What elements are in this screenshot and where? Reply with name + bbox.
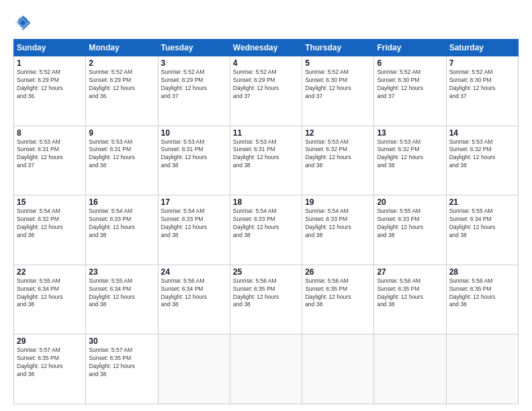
day-number: 28 (449, 267, 515, 277)
day-detail: Sunrise: 5:53 AMSunset: 6:32 PMDaylight:… (449, 138, 515, 171)
day-number: 4 (233, 58, 299, 68)
calendar-cell: 17 Sunrise: 5:54 AMSunset: 6:33 PMDaylig… (158, 195, 230, 265)
day-detail: Sunrise: 5:53 AMSunset: 6:32 PMDaylight:… (305, 138, 371, 171)
weekday-header: Friday (374, 40, 446, 56)
day-number: 21 (449, 197, 515, 207)
calendar-body: 1 Sunrise: 5:52 AMSunset: 6:29 PMDayligh… (14, 56, 519, 404)
day-detail: Sunrise: 5:56 AMSunset: 6:35 PMDaylight:… (449, 277, 515, 310)
day-number: 26 (305, 267, 371, 277)
calendar-cell: 28 Sunrise: 5:56 AMSunset: 6:35 PMDaylig… (446, 265, 518, 334)
day-detail: Sunrise: 5:57 AMSunset: 6:35 PMDaylight:… (17, 347, 83, 379)
day-number: 29 (17, 336, 83, 346)
day-number: 30 (89, 336, 154, 346)
day-detail: Sunrise: 5:52 AMSunset: 6:29 PMDaylight:… (17, 68, 83, 101)
day-detail: Sunrise: 5:54 AMSunset: 6:33 PMDaylight:… (89, 208, 154, 240)
calendar-week-row: 1 Sunrise: 5:52 AMSunset: 6:29 PMDayligh… (14, 56, 519, 126)
weekday-header: Wednesday (230, 40, 302, 56)
day-number: 16 (89, 197, 154, 207)
logo-icon (13, 13, 32, 32)
calendar-cell: 8 Sunrise: 5:53 AMSunset: 6:31 PMDayligh… (14, 126, 86, 195)
calendar-cell: 19 Sunrise: 5:54 AMSunset: 6:33 PMDaylig… (302, 195, 374, 265)
weekday-header: Saturday (446, 40, 518, 56)
calendar-cell: 7 Sunrise: 5:52 AMSunset: 6:30 PMDayligh… (446, 56, 518, 126)
weekday-header-row: SundayMondayTuesdayWednesdayThursdayFrid… (14, 40, 519, 56)
day-detail: Sunrise: 5:54 AMSunset: 6:33 PMDaylight:… (233, 208, 299, 240)
calendar-cell: 18 Sunrise: 5:54 AMSunset: 6:33 PMDaylig… (230, 195, 302, 265)
day-number: 25 (233, 267, 299, 277)
day-detail: Sunrise: 5:54 AMSunset: 6:32 PMDaylight:… (17, 208, 83, 240)
calendar-cell: 25 Sunrise: 5:56 AMSunset: 6:35 PMDaylig… (230, 265, 302, 334)
day-detail: Sunrise: 5:54 AMSunset: 6:33 PMDaylight:… (305, 208, 371, 240)
day-number: 3 (161, 58, 227, 68)
calendar-cell: 29 Sunrise: 5:57 AMSunset: 6:35 PMDaylig… (14, 334, 86, 404)
day-number: 15 (17, 197, 83, 207)
day-detail: Sunrise: 5:52 AMSunset: 6:29 PMDaylight:… (161, 68, 227, 101)
calendar-cell: 9 Sunrise: 5:53 AMSunset: 6:31 PMDayligh… (86, 126, 158, 195)
weekday-header: Thursday (302, 40, 374, 56)
day-number: 6 (377, 58, 443, 68)
calendar-cell (230, 334, 302, 404)
day-detail: Sunrise: 5:56 AMSunset: 6:34 PMDaylight:… (161, 277, 227, 310)
day-detail: Sunrise: 5:55 AMSunset: 6:33 PMDaylight:… (377, 208, 443, 240)
day-number: 14 (449, 128, 515, 138)
day-detail: Sunrise: 5:52 AMSunset: 6:29 PMDaylight:… (89, 68, 154, 101)
calendar-cell: 30 Sunrise: 5:57 AMSunset: 6:35 PMDaylig… (86, 334, 158, 404)
calendar-cell: 3 Sunrise: 5:52 AMSunset: 6:29 PMDayligh… (158, 56, 230, 126)
day-detail: Sunrise: 5:52 AMSunset: 6:30 PMDaylight:… (449, 68, 515, 101)
calendar-cell (158, 334, 230, 404)
calendar-week-row: 29 Sunrise: 5:57 AMSunset: 6:35 PMDaylig… (14, 334, 519, 404)
calendar-cell: 12 Sunrise: 5:53 AMSunset: 6:32 PMDaylig… (302, 126, 374, 195)
svg-point-2 (21, 21, 25, 25)
calendar-cell: 5 Sunrise: 5:52 AMSunset: 6:30 PMDayligh… (302, 56, 374, 126)
day-detail: Sunrise: 5:53 AMSunset: 6:31 PMDaylight:… (17, 138, 83, 171)
logo (13, 13, 35, 32)
day-detail: Sunrise: 5:53 AMSunset: 6:32 PMDaylight:… (377, 138, 443, 171)
header (13, 13, 519, 32)
day-number: 23 (89, 267, 154, 277)
calendar-week-row: 22 Sunrise: 5:55 AMSunset: 6:34 PMDaylig… (14, 265, 519, 334)
day-detail: Sunrise: 5:52 AMSunset: 6:30 PMDaylight:… (377, 68, 443, 101)
day-number: 27 (377, 267, 443, 277)
day-detail: Sunrise: 5:56 AMSunset: 6:35 PMDaylight:… (305, 277, 371, 310)
weekday-header: Sunday (14, 40, 86, 56)
calendar-cell: 21 Sunrise: 5:55 AMSunset: 6:34 PMDaylig… (446, 195, 518, 265)
day-detail: Sunrise: 5:52 AMSunset: 6:29 PMDaylight:… (233, 68, 299, 101)
day-detail: Sunrise: 5:53 AMSunset: 6:31 PMDaylight:… (89, 138, 154, 171)
calendar-cell: 24 Sunrise: 5:56 AMSunset: 6:34 PMDaylig… (158, 265, 230, 334)
calendar-week-row: 8 Sunrise: 5:53 AMSunset: 6:31 PMDayligh… (14, 126, 519, 195)
calendar-cell (446, 334, 518, 404)
day-number: 17 (161, 197, 227, 207)
day-detail: Sunrise: 5:55 AMSunset: 6:34 PMDaylight:… (449, 208, 515, 240)
day-number: 22 (17, 267, 83, 277)
day-number: 12 (305, 128, 371, 138)
calendar-cell: 6 Sunrise: 5:52 AMSunset: 6:30 PMDayligh… (374, 56, 446, 126)
calendar-cell: 13 Sunrise: 5:53 AMSunset: 6:32 PMDaylig… (374, 126, 446, 195)
calendar-cell (374, 334, 446, 404)
day-number: 18 (233, 197, 299, 207)
day-number: 7 (449, 58, 515, 68)
calendar-cell: 22 Sunrise: 5:55 AMSunset: 6:34 PMDaylig… (14, 265, 86, 334)
calendar-cell: 1 Sunrise: 5:52 AMSunset: 6:29 PMDayligh… (14, 56, 86, 126)
day-number: 13 (377, 128, 443, 138)
calendar-cell: 20 Sunrise: 5:55 AMSunset: 6:33 PMDaylig… (374, 195, 446, 265)
day-detail: Sunrise: 5:56 AMSunset: 6:35 PMDaylight:… (233, 277, 299, 310)
day-number: 19 (305, 197, 371, 207)
calendar-cell: 16 Sunrise: 5:54 AMSunset: 6:33 PMDaylig… (86, 195, 158, 265)
day-detail: Sunrise: 5:55 AMSunset: 6:34 PMDaylight:… (17, 277, 83, 310)
day-number: 24 (161, 267, 227, 277)
calendar-cell: 4 Sunrise: 5:52 AMSunset: 6:29 PMDayligh… (230, 56, 302, 126)
day-number: 8 (17, 128, 83, 138)
day-number: 2 (89, 58, 154, 68)
calendar-cell: 11 Sunrise: 5:53 AMSunset: 6:31 PMDaylig… (230, 126, 302, 195)
day-number: 11 (233, 128, 299, 138)
day-number: 9 (89, 128, 154, 138)
day-detail: Sunrise: 5:57 AMSunset: 6:35 PMDaylight:… (89, 347, 154, 379)
day-number: 10 (161, 128, 227, 138)
calendar-week-row: 15 Sunrise: 5:54 AMSunset: 6:32 PMDaylig… (14, 195, 519, 265)
calendar-cell (302, 334, 374, 404)
calendar-cell: 2 Sunrise: 5:52 AMSunset: 6:29 PMDayligh… (86, 56, 158, 126)
weekday-header: Monday (86, 40, 158, 56)
day-detail: Sunrise: 5:53 AMSunset: 6:31 PMDaylight:… (161, 138, 227, 171)
day-number: 20 (377, 197, 443, 207)
day-detail: Sunrise: 5:52 AMSunset: 6:30 PMDaylight:… (305, 68, 371, 101)
